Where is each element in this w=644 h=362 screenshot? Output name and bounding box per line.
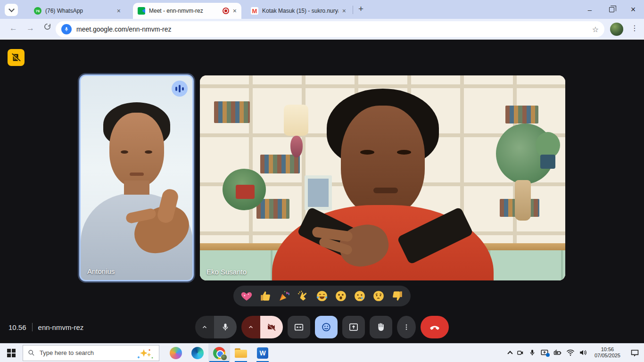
taskbar-edge-button[interactable] (187, 344, 208, 362)
system-tray: 10:56 07/05/2025 (508, 343, 644, 362)
person-face (109, 113, 164, 187)
reaction-thumbs-up-icon[interactable] (258, 286, 273, 306)
search-placeholder-text: Type here to search (40, 349, 94, 356)
captions-icon (294, 322, 304, 332)
tab-title: Meet - enn-nmvm-rez (149, 8, 219, 14)
microphone-permission-icon[interactable] (61, 24, 72, 34)
tray-display-icon[interactable] (540, 348, 549, 357)
search-icon (28, 349, 35, 356)
smiley-icon (321, 322, 331, 332)
tab-title: (76) WhatsApp (45, 8, 113, 14)
back-button[interactable]: ← (9, 24, 17, 33)
bookmark-star-icon[interactable]: ☆ (592, 25, 599, 34)
chevron-up-icon (248, 324, 254, 330)
picture-frame (305, 175, 332, 210)
meet-bottom-bar: 10.56 enn-nmvm-rez (0, 311, 644, 343)
start-button[interactable] (7, 349, 16, 357)
camera-off-button[interactable] (260, 316, 283, 338)
mute-mic-button[interactable] (214, 316, 237, 338)
taskbar-explorer-button[interactable] (230, 344, 252, 362)
address-bar[interactable]: meet.google.com/enn-nmvm-rez ☆ (56, 21, 604, 37)
tray-show-hidden-icons-button[interactable] (508, 350, 512, 355)
chevron-up-icon (507, 351, 512, 356)
word-icon: W (257, 347, 268, 359)
window-close-button[interactable]: × (622, 0, 644, 19)
window-maximize-button[interactable] (601, 0, 622, 19)
books (214, 101, 250, 123)
tab-search-button[interactable] (5, 4, 18, 16)
tray-mic-in-use-icon[interactable] (528, 349, 536, 356)
new-tab-button[interactable]: + (358, 4, 363, 14)
camera-control-group (241, 316, 283, 338)
browser-menu-button[interactable]: ⋮ (631, 24, 638, 33)
taskbar-word-button[interactable]: W (252, 344, 273, 362)
end-call-button[interactable] (421, 316, 449, 338)
meet-favicon (138, 7, 145, 15)
tray-volume-icon[interactable] (579, 349, 587, 356)
url-text[interactable]: meet.google.com/enn-nmvm-rez (76, 25, 592, 33)
captions-button[interactable] (288, 316, 310, 338)
reload-button[interactable] (43, 23, 51, 31)
video-tile-antonius[interactable]: Antonius (79, 74, 194, 281)
reaction-party-popper-icon[interactable] (277, 286, 292, 306)
present-icon (348, 322, 359, 332)
reactions-button[interactable] (315, 316, 338, 338)
copilot-icon (170, 347, 182, 359)
profile-avatar[interactable] (610, 23, 623, 36)
tray-wifi-icon[interactable] (566, 349, 575, 356)
camera-options-button[interactable] (241, 316, 260, 338)
present-screen-button[interactable] (342, 316, 365, 338)
close-tab-icon[interactable]: × (117, 8, 121, 14)
raise-hand-button[interactable] (370, 316, 392, 338)
reaction-crying-face-icon[interactable] (352, 286, 367, 306)
plant-pot (236, 185, 255, 199)
reaction-tears-of-joy-icon[interactable] (314, 286, 330, 306)
action-center-button[interactable] (630, 349, 639, 357)
tab-gmail[interactable]: M Kotak Masuk (15) - sukro.nurya × (246, 3, 351, 19)
person-mouth (130, 173, 144, 176)
tray-camera-in-use-icon[interactable] (516, 349, 524, 357)
tab-meet-active[interactable]: Meet - enn-nmvm-rez × (133, 3, 241, 19)
meeting-code-text: enn-nmvm-rez (38, 323, 84, 331)
taskbar-chrome-button[interactable] (208, 344, 230, 362)
taskbar-copilot-button[interactable] (165, 344, 187, 362)
tray-clock[interactable]: 10:56 07/05/2025 (594, 346, 620, 359)
reaction-thinking-face-icon[interactable] (371, 286, 386, 306)
notification-dot (546, 353, 550, 357)
mic-icon (221, 322, 230, 332)
person-face (341, 106, 425, 215)
divider (32, 323, 33, 331)
tab-whatsapp[interactable]: 76 (76) WhatsApp × (29, 3, 125, 19)
person-eye (145, 150, 152, 154)
reaction-thumbs-down-icon[interactable] (390, 286, 405, 306)
taskbar-search-box[interactable]: Type here to search (23, 345, 159, 361)
presentation-disabled-badge[interactable] (8, 49, 25, 66)
person-mouth (373, 188, 398, 193)
tray-battery-icon[interactable] (553, 349, 562, 357)
person-eye (360, 150, 374, 155)
desktop: 76 (76) WhatsApp × Meet - enn-nmvm-rez ×… (0, 0, 644, 362)
close-tab-icon[interactable]: × (342, 8, 346, 14)
tab-title: Kotak Masuk (15) - sukro.nurya (262, 8, 339, 14)
tab-recording-indicator-icon (223, 8, 229, 14)
forward-button[interactable]: → (26, 24, 34, 33)
gmail-favicon: M (251, 7, 258, 15)
mic-options-button[interactable] (195, 316, 214, 338)
tab-separator (353, 6, 353, 14)
participant-name: Antonius (87, 267, 115, 275)
video-tile-eko[interactable]: Eko Susanto (200, 75, 565, 280)
window-minimize-button[interactable]: – (579, 0, 601, 19)
more-options-button[interactable] (397, 316, 416, 338)
clock-text: 10.56 (8, 323, 26, 331)
kebab-menu-icon (402, 323, 411, 331)
reaction-astonished-face-icon[interactable] (333, 286, 348, 306)
lamp-shade (284, 105, 308, 136)
profile-badge (221, 354, 227, 361)
presentation-off-icon (11, 52, 21, 63)
reaction-clapping-hands-icon[interactable] (296, 286, 311, 306)
close-tab-icon[interactable]: × (233, 8, 237, 14)
reaction-sparkling-heart-icon[interactable] (239, 286, 254, 306)
search-highlights-icon (136, 348, 153, 360)
plant-pot (540, 155, 555, 169)
tray-time-text: 10:56 (594, 346, 620, 353)
